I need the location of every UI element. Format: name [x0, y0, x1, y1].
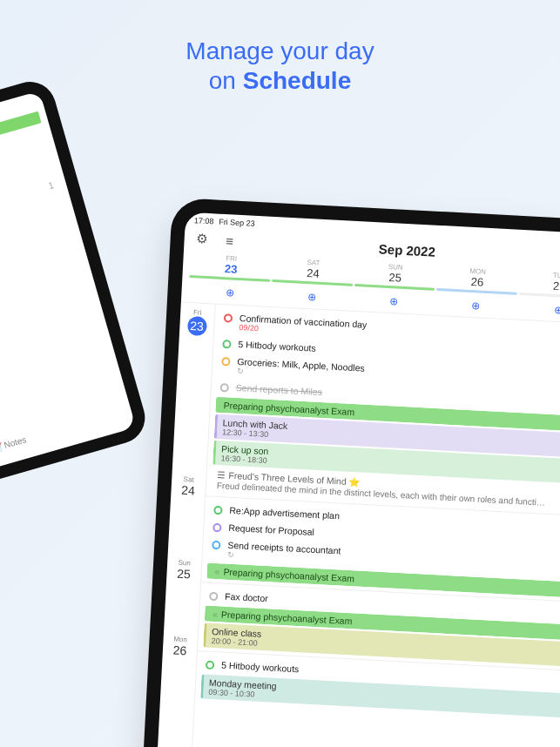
schedule-body: Fri23Sat24Sun25Mon26 Confirmation of vac… — [156, 303, 560, 747]
add-button[interactable]: ⊕ — [435, 298, 517, 314]
event-title: Preparing phsychoanalyst Exam — [223, 400, 354, 417]
status-ring-icon[interactable] — [212, 541, 221, 550]
primary-screen: 17:08 Fri Sep 23 ⚙ ≡ Sep 2022 FRI23SAT24… — [156, 212, 560, 747]
status-ring-icon[interactable] — [222, 340, 232, 349]
headline-line1: Manage your day — [186, 37, 374, 64]
secondary-tablet: 24 t Exam Re:App advertisement Request f… — [0, 76, 151, 508]
spine-day[interactable]: Sun25 — [164, 553, 202, 631]
add-button[interactable]: ⊕ — [353, 293, 435, 310]
primary-tablet: 17:08 Fri Sep 23 ⚙ ≡ Sep 2022 FRI23SAT24… — [142, 198, 560, 747]
headline-line2-bold: Schedule — [243, 67, 351, 94]
status-date: Fri Sep 23 — [219, 218, 255, 228]
status-ring-icon[interactable] — [224, 313, 233, 323]
menu-icon[interactable]: ≡ — [220, 232, 239, 250]
add-button[interactable]: ⊕ — [516, 302, 560, 319]
notes-tab[interactable]: 📝 Notes — [0, 434, 27, 454]
mini-bottom-date: 1 — [0, 178, 60, 250]
headline-line2-prefix: on — [209, 67, 243, 94]
status-ring-icon[interactable] — [209, 592, 219, 602]
spine-day[interactable]: Mon26 — [161, 629, 199, 692]
event-title: Preparing phsychoanalyst Exam — [223, 567, 354, 584]
status-ring-icon[interactable] — [221, 357, 231, 367]
notes-label: Notes — [3, 434, 27, 450]
status-ring-icon[interactable] — [206, 661, 215, 670]
status-ring-icon[interactable] — [213, 506, 223, 515]
promo-headline: Manage your day on Schedule — [0, 0, 560, 95]
secondary-screen: 24 t Exam Re:App advertisement Request f… — [0, 91, 136, 492]
schedule-list: Confirmation of vaccination day09/205 Hi… — [191, 305, 560, 747]
event-time: 09:30 - 10:30 — [208, 688, 560, 716]
add-button[interactable]: ⊕ — [188, 285, 271, 301]
status-time: 17:08 — [194, 216, 214, 225]
status-ring-icon[interactable] — [220, 383, 230, 393]
add-button[interactable]: ⊕ — [270, 289, 353, 306]
event-title: Preparing phsychoanalyst Exam — [221, 609, 353, 626]
settings-icon[interactable]: ⚙ — [192, 230, 211, 248]
spine-day[interactable]: Sat24 — [168, 469, 206, 555]
status-ring-icon[interactable] — [213, 523, 222, 533]
